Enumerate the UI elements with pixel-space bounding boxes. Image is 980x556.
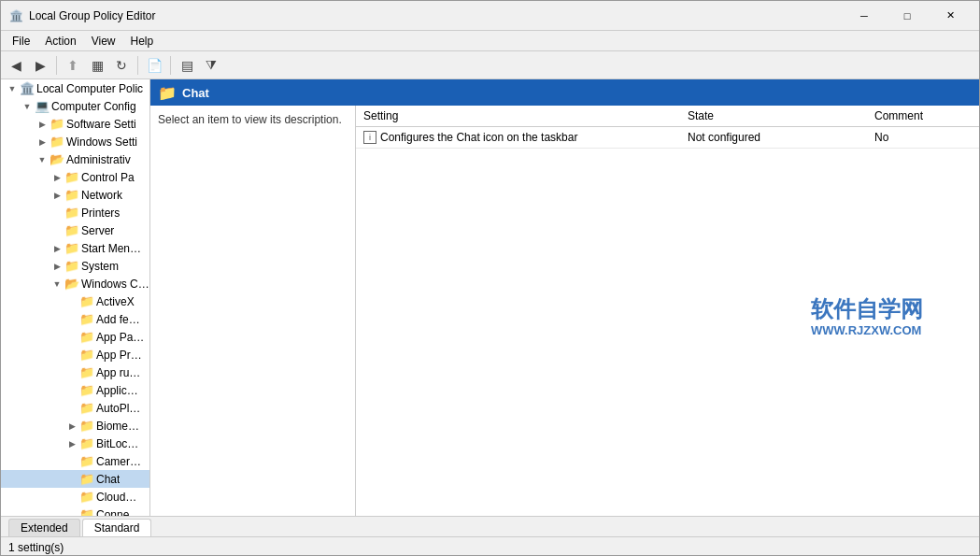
- menu-action[interactable]: Action: [37, 33, 83, 50]
- wincomp-expand-icon: ▼: [50, 279, 64, 289]
- network-expand-icon: ▶: [50, 191, 64, 200]
- right-panel: 📁 Chat Select an item to view its descri…: [150, 79, 979, 516]
- tree-root-label: Local Computer Polic: [36, 82, 143, 95]
- tree-app-package[interactable]: ▶ 📁 App Pa…: [1, 328, 149, 346]
- close-button[interactable]: ✕: [929, 1, 972, 31]
- folder-icon-6: 📁: [64, 206, 79, 220]
- title-bar: 🏛️ Local Group Policy Editor ─ □ ✕: [1, 1, 979, 31]
- forward-button[interactable]: ▶: [29, 54, 51, 77]
- folder-icon-3: 📂: [50, 152, 64, 166]
- tabs-bar: Extended Standard: [1, 516, 979, 536]
- tree-root[interactable]: ▼ 🏛️ Local Computer Polic: [1, 79, 149, 97]
- tree-chat-label: Chat: [96, 473, 120, 486]
- tree-computer-config-label: Computer Config: [51, 100, 136, 113]
- tree-server-label: Server: [81, 224, 114, 237]
- software-expand-icon: ▶: [35, 120, 50, 129]
- folder-icon-2: 📁: [50, 135, 64, 149]
- folder-icon-16: 📁: [79, 383, 94, 397]
- status-bar: 1 setting(s): [1, 536, 979, 556]
- maximize-button[interactable]: □: [886, 1, 929, 31]
- tab-extended[interactable]: Extended: [8, 519, 80, 536]
- tree-apppr-label: App Pr…: [96, 349, 142, 362]
- up-button[interactable]: ⬆: [62, 54, 84, 77]
- tree-control-panel[interactable]: ▶ 📁 Control Pa: [1, 168, 149, 186]
- folder-icon-5: 📁: [64, 188, 79, 202]
- tree-printers[interactable]: ▶ 📁 Printers: [1, 204, 149, 221]
- menu-bar: File Action View Help: [1, 31, 979, 51]
- tree-chat[interactable]: ▶ 📁 Chat: [1, 470, 149, 488]
- toolbar-separator-3: [170, 56, 171, 75]
- tree-application[interactable]: ▶ 📁 Applic…: [1, 381, 149, 399]
- menu-file[interactable]: File: [5, 33, 37, 50]
- export-button[interactable]: 📄: [143, 54, 165, 77]
- folder-icon-10: 📂: [64, 277, 79, 291]
- tree-software-settings[interactable]: ▶ 📁 Software Setti: [1, 115, 149, 133]
- tree-activex-label: ActiveX: [96, 295, 135, 308]
- tree-ctrl-label: Control Pa: [81, 171, 135, 184]
- tree-system[interactable]: ▶ 📁 System: [1, 257, 149, 275]
- folder-icon-12: 📁: [79, 312, 94, 326]
- tree-add-features[interactable]: ▶ 📁 Add fe…: [1, 310, 149, 328]
- tree-windows-settings[interactable]: ▶ 📁 Windows Setti: [1, 133, 149, 150]
- tree-camera[interactable]: ▶ 📁 Camer…: [1, 452, 149, 470]
- table-row[interactable]: i Configures the Chat icon on the taskba…: [356, 127, 979, 149]
- tree-network[interactable]: ▶ 📁 Network: [1, 186, 149, 204]
- tree-biometrics[interactable]: ▶ 📁 Biome…: [1, 417, 149, 435]
- tree-addfe-label: Add fe…: [96, 313, 140, 326]
- properties-button[interactable]: ▤: [176, 54, 198, 77]
- tree-windows-comp[interactable]: ▼ 📂 Windows C…: [1, 275, 149, 292]
- tree-software-label: Software Setti: [66, 118, 136, 131]
- right-panel-header: 📁 Chat: [150, 79, 979, 106]
- tree-windows-settings-label: Windows Setti: [66, 135, 137, 149]
- col-state[interactable]: State: [680, 106, 867, 127]
- start-expand-icon: ▶: [50, 244, 64, 253]
- folder-icon-20: 📁: [79, 454, 94, 468]
- tree-biome-label: Biome…: [96, 420, 139, 433]
- tree-start-menu[interactable]: ▶ 📁 Start Men…: [1, 239, 149, 257]
- root-icon: 🏛️: [20, 81, 35, 95]
- table-header-row: Setting State Comment: [356, 106, 979, 127]
- tree-autoplay[interactable]: ▶ 📁 AutoPl…: [1, 399, 149, 417]
- tree-system-label: System: [81, 260, 119, 273]
- tree-appru-label: App ru…: [96, 366, 140, 379]
- show-hide-button[interactable]: ▦: [86, 54, 108, 77]
- tree-computer-config[interactable]: ▼ 💻 Computer Config: [1, 97, 149, 115]
- tree-panel[interactable]: ▼ 🏛️ Local Computer Polic ▼ 💻 Computer C…: [1, 79, 150, 516]
- tree-app-runtime[interactable]: ▶ 📁 App ru…: [1, 364, 149, 381]
- computer-config-expand-icon: ▼: [20, 102, 35, 111]
- tree-printers-label: Printers: [81, 207, 120, 220]
- tree-wincomp-label: Windows C…: [81, 278, 149, 291]
- policy-icon: i: [363, 131, 376, 144]
- refresh-button[interactable]: ↻: [110, 54, 133, 77]
- description-text: Select an item to view its description.: [158, 113, 342, 126]
- app-icon: 🏛️: [8, 8, 23, 23]
- col-comment[interactable]: Comment: [867, 106, 979, 127]
- col-setting[interactable]: Setting: [356, 106, 680, 127]
- menu-view[interactable]: View: [84, 33, 123, 50]
- tree-connect[interactable]: ▶ 📁 Conne…: [1, 506, 149, 516]
- back-button[interactable]: ◀: [5, 54, 27, 77]
- tree-cloud[interactable]: ▶ 📁 Cloud…: [1, 488, 149, 506]
- tree-activex[interactable]: ▶ 📁 ActiveX: [1, 292, 149, 310]
- tree-server[interactable]: ▶ 📁 Server: [1, 221, 149, 239]
- tree-bitlocker[interactable]: ▶ 📁 BitLoc…: [1, 435, 149, 452]
- tab-standard[interactable]: Standard: [82, 519, 152, 536]
- tree-app-privacy[interactable]: ▶ 📁 App Pr…: [1, 346, 149, 364]
- root-expand-icon: ▼: [5, 84, 20, 93]
- folder-icon-8: 📁: [64, 241, 79, 255]
- chat-folder-icon: 📁: [158, 84, 177, 102]
- system-expand-icon: ▶: [50, 262, 64, 271]
- folder-icon-7: 📁: [64, 223, 79, 237]
- menu-help[interactable]: Help: [123, 33, 162, 50]
- tree-administrative[interactable]: ▼ 📂 Administrativ: [1, 150, 149, 168]
- settings-panel[interactable]: Setting State Comment i Configures the C…: [356, 106, 979, 516]
- folder-icon-19: 📁: [79, 436, 94, 450]
- setting-state-cell: Not configured: [680, 127, 867, 149]
- tree-camera-label: Camer…: [96, 455, 141, 468]
- folder-icon-14: 📁: [79, 348, 94, 362]
- bitloc-expand-icon: ▶: [64, 439, 79, 449]
- filter-button[interactable]: ⧩: [200, 54, 222, 77]
- minimize-button[interactable]: ─: [843, 1, 886, 31]
- tree-connect-label: Conne…: [96, 508, 140, 517]
- admin-expand-icon: ▼: [35, 155, 50, 164]
